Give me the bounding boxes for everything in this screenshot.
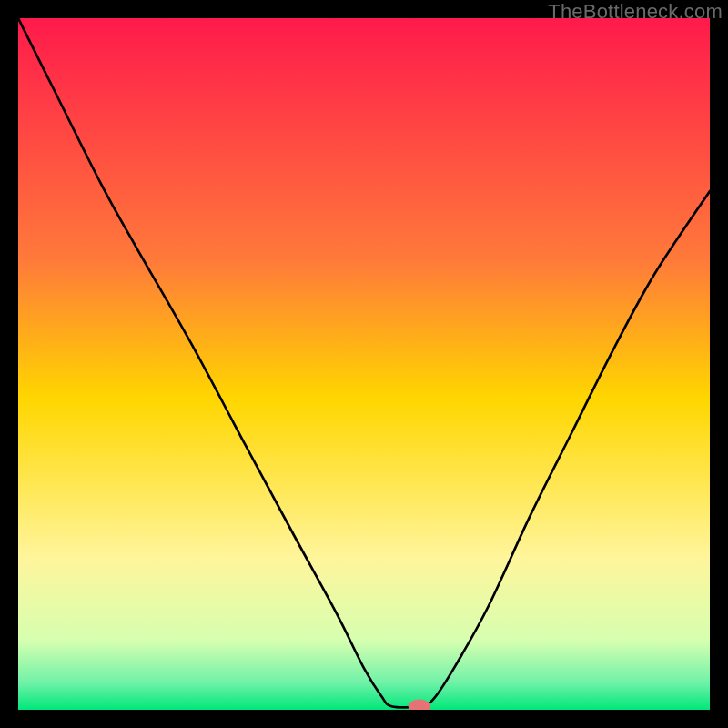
bottleneck-chart [18, 18, 710, 710]
plot-area [18, 18, 710, 710]
chart-frame: TheBottleneck.com [0, 0, 728, 728]
